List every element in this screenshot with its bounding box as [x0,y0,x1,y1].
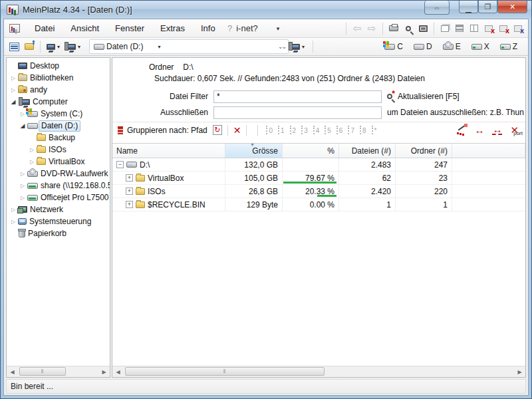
menu-extras[interactable]: Extras [152,21,193,36]
tile-horizontal-button[interactable] [452,22,467,35]
column-header-groesse[interactable]: Grösse [225,144,283,158]
expander-collapsed-icon[interactable]: ▷ [9,207,17,213]
expander-collapsed-icon[interactable]: ▷ [28,147,36,153]
tree-item-share[interactable]: ▷share (\\192.168.0.5) [8,180,110,192]
tree-item-netzwerk[interactable]: ▷Netzwerk [8,203,110,215]
scroll-left-icon[interactable]: ◀ [7,366,18,377]
resize-button[interactable]: ⇔ [424,1,450,15]
results-horizontal-scrollbar[interactable]: ◀ ⦀ ▶ [112,366,525,377]
close-button[interactable]: ✕ [497,1,527,13]
export-button[interactable]: ✕port [510,126,519,134]
drive-z-button[interactable]: Z [497,39,525,54]
drive-selector-combo[interactable]: Daten (D:) ▾ ⌄⌄ [89,39,289,54]
tree-item-computer[interactable]: ◢Computer [8,96,110,108]
chevron-down-icon[interactable]: ▾ [78,44,80,50]
level-4-button[interactable]: 4 [313,126,320,134]
menu-ansicht[interactable]: Ansicht [63,21,107,36]
chevron-down-icon[interactable]: ▾ [158,44,160,50]
tree-item-system-c[interactable]: ▷System (C:) [8,108,110,120]
menu-datei[interactable]: Datei [27,21,63,36]
drive-d-button[interactable]: D [411,39,440,54]
expand-icon[interactable]: + [126,188,133,195]
expand-icon[interactable]: + [126,201,133,208]
level-1-button[interactable]: 1 [278,126,285,134]
expander-collapsed-icon[interactable]: ▷ [19,171,27,177]
document-app-icon[interactable] [9,24,20,33]
maximize-button[interactable]: ❐ [478,1,497,13]
drive-x-button[interactable]: X [469,39,497,54]
level-all-button[interactable]: * [372,126,377,134]
cascade-windows-button[interactable] [438,22,452,35]
column-header-ordner[interactable]: Ordner (#) [396,144,452,158]
tree-item-desktop[interactable]: Desktop [8,60,110,72]
scrollbar-thumb[interactable]: ⦀ [19,367,66,376]
level-3-button[interactable]: 3 [301,126,308,134]
compare-dashed-icon[interactable]: ↔ [492,125,502,135]
table-row[interactable]: +ISOs 26,8 GB 20.33 % 2.420 220 [112,185,525,198]
tree-horizontal-scrollbar[interactable]: ◀ ⦀ ▶ [7,366,110,377]
expander-expanded-icon[interactable]: ◢ [19,122,27,129]
menu-info[interactable]: Info [193,21,223,36]
compare-icon[interactable]: ↔ [474,124,484,136]
minimize-button[interactable]: ▁ [459,1,478,13]
exclude-input[interactable] [213,106,382,119]
drive-e-button[interactable]: E [440,39,469,54]
expand-icon[interactable]: + [126,174,133,182]
level-8-button[interactable]: 8 [360,126,366,134]
table-row[interactable]: +$RECYCLE.BIN 129 Byte 0.00 % 1 1 [112,198,525,211]
tree-item-officejet[interactable]: ▷Officejet Pro L7500 (1 [8,192,110,203]
tree-item-papierkorb[interactable]: Papierkorb [8,227,110,239]
preview-button[interactable] [416,22,430,35]
level-2-button[interactable]: 2 [290,126,297,134]
scrollbar-thumb[interactable]: ⦀ [125,367,325,376]
refresh-label[interactable]: Aktualisieren [F5] [398,92,460,101]
folder-up-button[interactable] [22,39,37,54]
expander-collapsed-icon[interactable]: ▷ [9,219,17,225]
inet-dropdown[interactable]: ? i-net? ▾ [227,23,279,33]
expander-collapsed-icon[interactable]: ▷ [9,87,17,93]
tree-item-backup[interactable]: Backup [8,132,110,144]
tree-item-bibliotheken[interactable]: ▷Bibliotheken [8,72,110,84]
level-7-button[interactable]: 7 [348,126,354,134]
chevron-down-icon[interactable]: ▾ [277,25,280,32]
close-other-button[interactable] [511,22,525,35]
details-view-button[interactable] [7,39,22,54]
chevron-down-icon[interactable]: ▾ [57,44,60,50]
table-row[interactable]: +VirtualBox 105,0 GB 79.67 % 62 23 [112,172,525,185]
scroll-right-icon[interactable]: ▶ [98,366,110,377]
chevron-down-icon[interactable]: ▾ [302,44,305,50]
level-6-button[interactable]: 6 [336,126,343,134]
computer-view-button[interactable]: ▾ [44,39,65,54]
collapse-icon[interactable]: − [116,161,124,168]
forward-button[interactable]: ⇨ [364,22,379,35]
tile-vertical-button[interactable] [467,22,481,35]
column-header-name[interactable]: Name [112,144,225,158]
tree-item-daten-d[interactable]: ◢Daten (D:) [8,120,110,132]
chart-wand-icon[interactable] [457,126,466,135]
level-0-button[interactable]: 0 [266,126,273,134]
level-5-button[interactable]: 5 [325,126,331,134]
menu-fenster[interactable]: Fenster [107,21,152,36]
refresh-list-button[interactable]: ↻ [213,125,222,135]
tree-item-virtualbox[interactable]: ▷VirtualBox [8,156,110,168]
file-filter-input[interactable] [213,90,382,103]
close-all-button[interactable] [496,22,511,35]
drive-c-button[interactable]: C [382,39,411,54]
tree-item-andy[interactable]: ▷andy [8,84,110,96]
scroll-left-icon[interactable]: ◀ [112,366,124,377]
back-button[interactable]: ⇦ [350,22,364,35]
column-header-percent[interactable]: % [283,144,339,158]
overflow-chevron-icon[interactable]: ⌄⌄ [278,43,285,50]
expander-collapsed-icon[interactable]: ▷ [19,183,27,189]
table-row[interactable]: −D:\ 132,0 GB 2.483 247 [112,158,525,172]
clear-button[interactable]: ✕ [233,125,241,136]
expander-expanded-icon[interactable]: ◢ [9,98,17,105]
expander-collapsed-icon[interactable]: ▷ [28,159,36,165]
close-window-button[interactable] [481,22,496,35]
expander-collapsed-icon[interactable]: ▷ [19,111,27,117]
column-header-dateien[interactable]: Dateien (#) [339,144,396,158]
tree-item-dvd-rw[interactable]: ▷DVD-RW-Laufwerk (E [8,168,110,180]
pc-dropdown-button[interactable]: ▾ [289,39,309,54]
scroll-right-icon[interactable]: ▶ [514,366,525,377]
print-button[interactable] [386,22,401,35]
